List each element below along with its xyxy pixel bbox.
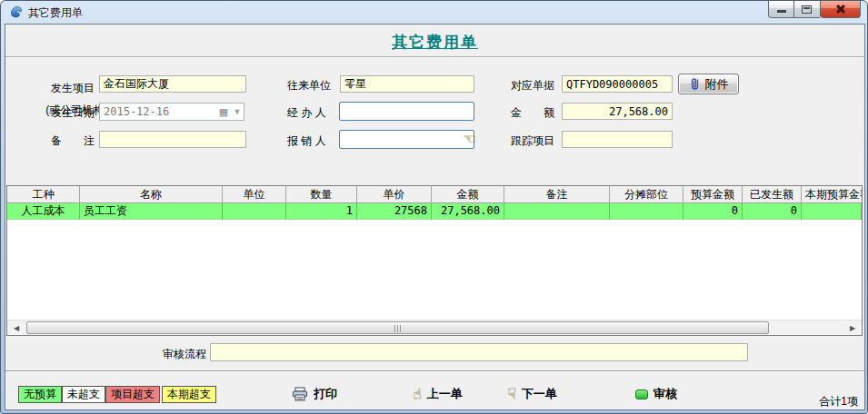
attachment-button-label: 附件 [705,76,729,93]
print-button[interactable]: 打印 [292,386,337,402]
hand-pointer-up-icon: ☝ [413,387,422,401]
minimize-button[interactable] [768,1,794,18]
cell-period-budget[interactable] [802,203,862,220]
cell-name[interactable]: 员工工资 [80,203,223,220]
page-title: 其它费用单 [1,32,868,53]
remark-label: 备 注 [51,133,95,149]
date-label: 发生日期 [51,105,95,121]
window-title: 其它费用单 [28,5,83,21]
cell-incurred[interactable]: 0 [743,203,802,220]
hand-pointer-down-icon: ☟ [507,387,516,401]
app-window: 其它费用单 其它费用单 发生项目 (或公司机构) 往来单位 对应单据 附件 发生… [0,0,868,414]
doc-number-label: 对应单据 [511,78,554,94]
scroll-left-icon[interactable]: ◀ [10,322,23,334]
col-quantity[interactable]: 数量 [286,186,357,203]
calendar-icon: ▦ [216,106,231,118]
next-record-label: 下一单 [522,386,557,402]
counterparty-input[interactable] [340,75,474,93]
col-unit-price[interactable]: 单价 [357,186,432,203]
col-unit[interactable]: 单位 [223,186,286,203]
attachment-button[interactable]: 附件 [678,74,739,94]
amount-label: 金 额 [511,105,554,121]
legend-not-over: 未超支 [62,386,105,403]
next-record-button[interactable]: ☟ 下一单 [507,386,557,402]
maximize-button[interactable] [794,1,820,18]
review-flow-label: 审核流程 [163,347,206,362]
print-label: 打印 [314,386,337,402]
previous-record-button[interactable]: ☝ 上一单 [413,386,463,402]
table-row[interactable]: 人工成本 员工工资 1 27568 27,568.00 0 0 [7,203,862,220]
legend-project-over: 项目超支 [105,386,160,403]
cell-amount[interactable]: 27,568.00 [432,203,504,220]
cell-remark[interactable] [504,203,610,220]
footer-divider [5,370,864,371]
paperclip-icon [689,77,701,91]
cell-unit-price[interactable]: 27568 [357,203,432,220]
col-incurred[interactable]: 已发生额 [743,186,802,203]
col-allocation[interactable]: 分摊部位 [610,186,683,203]
project-input[interactable] [99,75,246,93]
table-header-row: 工种 名称 单位 数量 单价 金额 备注 分摊部位 预算金额 已发生额 本期预算… [7,186,862,203]
reimburser-input[interactable] [339,130,474,149]
audit-status-icon [635,389,648,399]
scrollbar-thumb[interactable] [26,321,769,334]
scroll-right-icon[interactable]: ▶ [846,322,859,334]
printer-icon [292,387,308,401]
cell-unit[interactable] [223,203,286,220]
close-icon [834,4,846,15]
audit-button[interactable]: 审核 [635,386,677,402]
tracking-input[interactable] [562,131,673,148]
hand-pointer-left-icon[interactable]: ☜ [463,132,475,146]
col-budget[interactable]: 预算金额 [683,186,743,203]
cell-budget[interactable]: 0 [683,203,743,220]
audit-label: 审核 [653,386,677,402]
cell-worktype[interactable]: 人工成本 [7,203,80,220]
horizontal-scrollbar[interactable]: ◀ ▶ [7,320,862,335]
col-remark[interactable]: 备注 [504,186,610,203]
doc-number-input[interactable] [562,75,673,93]
col-name[interactable]: 名称 [80,186,223,203]
total-count: 合计1项 [819,394,858,409]
cell-quantity[interactable]: 1 [286,203,357,220]
date-value: 2015-12-16 [100,105,216,118]
handler-input[interactable] [339,102,474,121]
dropdown-arrow-icon[interactable]: ▼ [231,107,244,116]
col-worktype[interactable]: 工种 [7,186,80,203]
amount-input[interactable] [562,103,673,120]
table-body-empty [7,220,862,320]
date-picker[interactable]: 2015-12-16 ▦ ▼ [99,103,244,121]
counterparty-label: 往来单位 [287,78,331,94]
handler-label: 经 办 人 [287,105,326,121]
reimburser-label: 报 销 人 [287,133,326,149]
col-period-budget[interactable]: 本期预算金额 [802,186,862,203]
close-button[interactable] [820,1,861,18]
review-flow-input[interactable] [210,343,748,361]
minimize-icon [777,10,786,13]
previous-record-label: 上一单 [427,386,463,402]
cell-allocation[interactable] [610,203,683,220]
legend-period-over: 本期超支 [162,386,216,403]
app-logo-icon [9,5,24,19]
remark-input[interactable] [99,131,246,148]
maximize-icon [802,5,812,14]
titlebar[interactable]: 其它费用单 [1,1,867,24]
legend-no-budget: 无预算 [18,386,62,403]
detail-table: 工种 名称 单位 数量 单价 金额 备注 分摊部位 预算金额 已发生额 本期预算… [6,185,863,336]
col-amount[interactable]: 金额 [432,186,504,203]
tracking-label: 跟踪项目 [511,133,554,149]
